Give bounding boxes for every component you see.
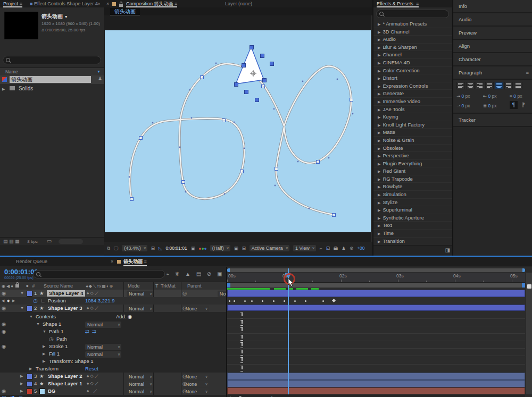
twirl-icon[interactable]: ▼ bbox=[20, 305, 24, 312]
vertex-handle[interactable] bbox=[242, 63, 246, 67]
property-row-fill-1[interactable]: ▶ Fill 1 Normal bbox=[0, 350, 226, 358]
stopwatch-icon[interactable]: ◷ bbox=[33, 297, 37, 305]
camera-select[interactable]: Active Camera bbox=[250, 245, 289, 251]
trkmat-select[interactable]: None bbox=[184, 306, 209, 312]
layer-name[interactable]: Shape Layer 2 bbox=[48, 373, 82, 380]
layer-bar-shape-layer-4[interactable] bbox=[227, 290, 525, 297]
effects-category-item[interactable]: ▶Simulation bbox=[373, 191, 453, 199]
effects-category-item[interactable]: ▶Text bbox=[373, 222, 453, 230]
eye-icon[interactable]: ◉ bbox=[2, 387, 6, 395]
parent-pickwhip-icon[interactable]: ◎ bbox=[182, 373, 187, 380]
align-right-button[interactable] bbox=[476, 82, 484, 89]
resolution-select[interactable]: (Half) bbox=[210, 245, 230, 251]
panel-header-preview[interactable]: Preview bbox=[453, 27, 532, 40]
parent-pickwhip-icon[interactable]: ◎ bbox=[182, 305, 187, 312]
camera-icon[interactable]: ▣ bbox=[191, 246, 195, 251]
timeline-navigator-bar[interactable] bbox=[227, 268, 525, 272]
keyframe-next-icon[interactable]: ▶ bbox=[12, 297, 15, 305]
effects-category-item[interactable]: ▶Obsolete bbox=[373, 145, 453, 153]
channels-icon[interactable] bbox=[199, 246, 206, 251]
eye-icon[interactable]: ◉ bbox=[2, 343, 6, 350]
effects-category-item[interactable]: ▶Distort bbox=[373, 74, 453, 82]
path-vertex[interactable] bbox=[200, 75, 204, 79]
blend-mode-select[interactable]: Normal bbox=[85, 322, 121, 328]
t-column[interactable]: T bbox=[155, 282, 159, 290]
tab-project[interactable]: Project ≡ bbox=[3, 0, 22, 7]
trkmat-select[interactable]: None bbox=[184, 381, 209, 387]
mode-select[interactable]: Normal bbox=[127, 291, 153, 297]
layer-row-shape-layer-4[interactable]: ◉ ▼ 1 ★ Shape Layer 4 ♠ ◇ ／ Normal ◎ Non… bbox=[0, 290, 226, 297]
justify-all-button[interactable] bbox=[514, 82, 522, 89]
justify-last-right-button[interactable] bbox=[504, 82, 513, 89]
expand-icon[interactable]: ▶ bbox=[378, 53, 380, 57]
effects-category-item[interactable]: ▶Audio bbox=[373, 36, 453, 44]
effects-category-item[interactable]: ▶Channel bbox=[373, 51, 453, 59]
close-icon[interactable]: × bbox=[106, 0, 109, 7]
text-direction-ltr-button[interactable]: ¶ bbox=[510, 101, 518, 109]
project-item-comp[interactable]: 箭头动画 ♟ bbox=[0, 75, 104, 84]
effects-category-item[interactable]: ▶Red Giant bbox=[373, 167, 453, 175]
new-panel-icon[interactable]: ◨ bbox=[445, 247, 450, 253]
panel-header-align[interactable]: Align bbox=[453, 40, 532, 53]
effects-category-item[interactable]: ▶JAe Tools bbox=[373, 106, 453, 114]
stopwatch-icon[interactable]: ◷ bbox=[49, 335, 53, 343]
layer-switches[interactable]: ♠ ◇ ／ bbox=[87, 290, 99, 297]
eye-icon[interactable]: ◉ bbox=[2, 290, 6, 297]
path-vertex[interactable] bbox=[275, 167, 278, 171]
comp-current-time[interactable]: 0:00:01:01 bbox=[165, 246, 187, 251]
work-area-end-handle[interactable] bbox=[522, 283, 525, 288]
effects-category-item[interactable]: ▶Time bbox=[373, 230, 453, 238]
effects-category-item[interactable]: ▶Superluminal bbox=[373, 206, 453, 214]
timeline-view-icons[interactable]: ⌁ ❋ ▲ ▤ ⊘ ▣ bbox=[166, 271, 224, 277]
expand-icon[interactable]: ▶ bbox=[378, 201, 380, 205]
flowchart-icon[interactable]: ♟ bbox=[342, 246, 346, 251]
tab-timeline-comp[interactable]: 箭头动画 ≡ bbox=[123, 257, 147, 266]
vertex-handle[interactable] bbox=[270, 62, 274, 66]
property-name[interactable]: Position bbox=[48, 297, 66, 305]
viewer-tab-comp[interactable]: 箭头动画 bbox=[110, 8, 140, 15]
property-row-path-1[interactable]: ◉ ▼ Path 1 ⇄ ⇉ bbox=[0, 328, 226, 335]
expand-icon[interactable]: ▶ bbox=[378, 69, 380, 73]
eye-icon[interactable]: ◉ bbox=[2, 320, 6, 328]
blend-mode-select[interactable]: Normal bbox=[85, 344, 121, 350]
project-item-label[interactable]: 箭头动画 bbox=[10, 76, 91, 83]
snapshot-icon[interactable]: ⧉ bbox=[107, 246, 110, 251]
justify-last-center-button[interactable] bbox=[495, 82, 503, 89]
shape-path[interactable] bbox=[130, 64, 351, 215]
expand-icon[interactable]: ▶ bbox=[378, 38, 380, 41]
twirl-icon[interactable]: ▼ bbox=[20, 290, 24, 297]
add-label[interactable]: Add: bbox=[116, 313, 127, 320]
layer-bar-shape-layer-3[interactable] bbox=[227, 305, 525, 311]
project-search-input[interactable] bbox=[3, 56, 101, 64]
target-region-icon[interactable]: ▣ bbox=[234, 246, 238, 251]
mode-select[interactable]: Normal bbox=[127, 306, 153, 312]
mode-column[interactable]: Mode bbox=[128, 282, 140, 290]
add-icon[interactable]: ◉ bbox=[128, 313, 132, 320]
work-area-start-handle[interactable] bbox=[227, 283, 230, 288]
effects-category-item[interactable]: ▶Stylize bbox=[373, 199, 453, 207]
property-row-shape-1[interactable]: ◉ ▼ Shape 1 Normal bbox=[0, 320, 226, 328]
composition-canvas[interactable] bbox=[105, 30, 371, 232]
bit-depth-label[interactable]: 8 bpc bbox=[27, 239, 38, 244]
number-column[interactable]: # bbox=[32, 283, 35, 289]
layer-name[interactable]: Shape Layer 3 bbox=[48, 305, 82, 312]
trkmat-select[interactable]: None bbox=[184, 374, 209, 380]
property-row-transform[interactable]: ▶ Transform Reset bbox=[0, 365, 226, 373]
panel-header-paragraph[interactable]: Paragraph ≡ bbox=[453, 66, 532, 80]
comp-marker-button[interactable] bbox=[527, 284, 531, 289]
project-item-solids[interactable]: ▶ Solids bbox=[0, 85, 104, 92]
path-vertex[interactable] bbox=[222, 119, 226, 122]
mode-select[interactable]: Normal bbox=[127, 381, 153, 387]
align-left-button[interactable] bbox=[456, 82, 465, 89]
effects-category-item[interactable]: ▶Plugin Everything bbox=[373, 160, 453, 168]
expand-icon[interactable]: ▶ bbox=[378, 77, 380, 80]
path-vertex[interactable] bbox=[130, 197, 134, 201]
layer-bar-shape-layer-1[interactable] bbox=[227, 380, 525, 387]
close-icon[interactable]: × bbox=[111, 257, 113, 266]
monitor-icon[interactable]: 🖵 bbox=[114, 246, 118, 251]
path-vertex[interactable] bbox=[350, 98, 353, 102]
reset-exposure-icon[interactable]: ⊛ bbox=[350, 246, 353, 251]
position-value[interactable]: 1084.3,221.9 bbox=[85, 297, 114, 305]
expand-icon[interactable]: ▶ bbox=[378, 162, 380, 166]
zoom-in-icon[interactable]: ▲ bbox=[270, 395, 274, 397]
